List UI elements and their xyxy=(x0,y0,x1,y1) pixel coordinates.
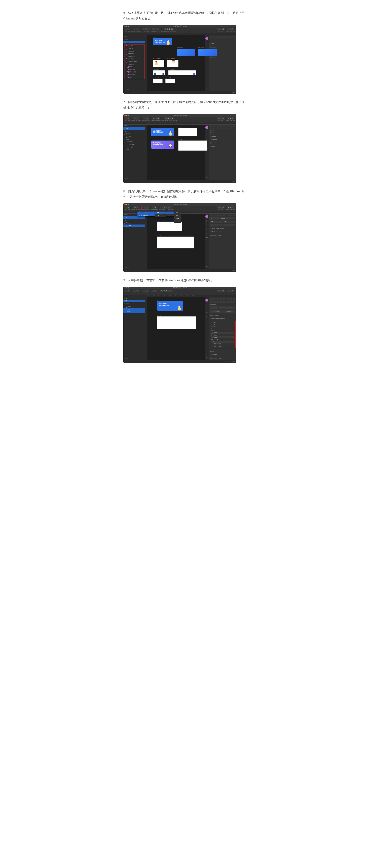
minimize-icon[interactable] xyxy=(126,26,127,27)
borders-row[interactable]: Borders xyxy=(210,46,235,48)
close-icon[interactable] xyxy=(124,115,125,116)
status-pill[interactable]: ✕ xyxy=(232,92,235,93)
layer-row[interactable]: 主体/2/服物3 xyxy=(124,50,144,53)
artboard-small[interactable] xyxy=(178,128,197,136)
menu-item[interactable]: 主体像1 xyxy=(174,217,181,220)
strip-icon[interactable]: ⇪ xyxy=(205,62,208,64)
artboard[interactable] xyxy=(153,60,164,67)
gear-icon[interactable]: ⚙ xyxy=(205,265,208,268)
symbols-page-row[interactable]: Symbols xyxy=(123,302,145,305)
inner-shadows-row[interactable]: Inner Shadows xyxy=(210,142,235,144)
layer-row[interactable]: 主体2/文字2 xyxy=(123,141,145,143)
strip-icon[interactable]: ⬚ xyxy=(205,41,208,44)
y-field[interactable]: 8 xyxy=(217,301,222,303)
artboard-large[interactable] xyxy=(178,141,207,151)
insert-button[interactable]: + xyxy=(125,206,127,208)
menu-item-document[interactable]: ◇ Document xyxy=(138,212,155,214)
align-tools[interactable] xyxy=(210,36,235,38)
fills-row[interactable]: Fills xyxy=(210,132,235,134)
window-controls[interactable] xyxy=(124,26,129,27)
symbols-button[interactable]: ▾ xyxy=(136,28,138,30)
symbol-source[interactable]: ◇ 主体1 xyxy=(211,323,234,326)
y-field[interactable]: 340⥯ xyxy=(223,221,235,223)
minimize-icon[interactable] xyxy=(126,115,127,116)
symbols-page-row[interactable]: Symbols xyxy=(123,219,145,221)
artboard-small[interactable] xyxy=(157,222,182,231)
create-symbol-button[interactable]: ◇ xyxy=(134,28,136,30)
gear-icon[interactable]: ⚙ xyxy=(205,176,208,179)
banner-2[interactable]: 六大常见问题自我快速解决办法 xyxy=(151,141,174,149)
layer-row[interactable]: 主体/2/主体像2 xyxy=(124,55,144,58)
maximize-icon[interactable] xyxy=(128,287,129,288)
preview-button[interactable]: ▶ xyxy=(227,28,229,30)
layer-row[interactable]: 主体/2/文字2 xyxy=(124,45,144,48)
banner-1[interactable]: 六大常见问题自我快速解决办法 xyxy=(151,128,174,136)
blurs-row[interactable]: Blurs xyxy=(210,56,235,58)
symbols-button[interactable]: ◇ xyxy=(134,206,136,208)
w-field[interactable]: 392 xyxy=(223,301,229,303)
layer-row[interactable]: 主体2 xyxy=(123,138,145,141)
edit-button[interactable]: ✎ xyxy=(143,28,145,30)
page-row[interactable]: 页面 1 xyxy=(123,216,145,219)
strip-icon[interactable]: ☁ xyxy=(205,58,208,60)
override-select[interactable]: ◫小标签⌵ xyxy=(211,332,234,334)
layer-row[interactable]: 主体/1/背景1 copy xyxy=(124,60,144,63)
minimize-icon[interactable] xyxy=(126,204,127,205)
export-button[interactable]: ⇪ xyxy=(232,28,234,30)
menu-item[interactable]: 家物1 xyxy=(174,214,181,217)
gear-icon[interactable]: ⚙ xyxy=(205,356,208,359)
size-preset[interactable]: □ Custom ⌵ xyxy=(210,217,235,219)
artboard[interactable] xyxy=(153,79,163,83)
w-field[interactable]: 1066↕ xyxy=(210,224,222,226)
override-option[interactable]: ✓ 主体/1/主体像1 xyxy=(211,343,234,345)
artboard-large[interactable] xyxy=(157,316,196,329)
layer-row[interactable]: 主体2/主体像2 xyxy=(123,143,145,146)
layer-row[interactable]: 小尺寸 xyxy=(123,308,145,311)
layer-row[interactable]: 主体/1/主体像1 xyxy=(124,71,144,73)
blurs-row[interactable]: Blurs xyxy=(210,145,235,147)
adjust-resize-checkbox[interactable]: Adjust content on resize xyxy=(210,227,235,229)
filter-input[interactable]: Filter xyxy=(123,266,145,269)
override-option[interactable]: ✓ 主体/2/主体像2 xyxy=(211,345,234,347)
artboard[interactable]: 六大常见问题自我快速解决办法 xyxy=(153,38,172,45)
window-controls[interactable] xyxy=(124,115,129,116)
artboard[interactable] xyxy=(166,79,175,83)
symbols-page-row[interactable]: Symbols xyxy=(123,40,145,43)
menu-item[interactable]: 1 ▸ xyxy=(166,212,174,214)
filter-input[interactable]: Filter xyxy=(123,177,145,180)
cloud-button[interactable]: ☁ xyxy=(229,28,232,30)
layer-row[interactable]: 主体/1/背景1 xyxy=(124,68,144,71)
maximize-icon[interactable] xyxy=(128,204,129,205)
layer-row[interactable]: 小尺寸 xyxy=(123,224,145,227)
filter-input[interactable]: Filter xyxy=(123,357,145,360)
symbols-flyout[interactable]: 背景1 家物1 主体像1 字1 xyxy=(174,212,181,223)
artboard[interactable] xyxy=(198,49,217,56)
page-row[interactable]: 页面 1 xyxy=(123,300,145,302)
add-page-button[interactable]: + ▾ xyxy=(143,36,144,37)
layer-row[interactable]: 大尺寸 xyxy=(123,222,145,224)
close-icon[interactable] xyxy=(124,287,125,288)
data-button[interactable]: ▾ xyxy=(127,28,130,30)
filter-input[interactable]: Filter xyxy=(123,88,145,91)
layer-row[interactable]: 主体/1/主体像1 xyxy=(124,58,144,60)
bgcolor-checkbox[interactable]: Background color xyxy=(210,230,235,233)
layer-row[interactable]: 主体/1/字1 xyxy=(124,76,144,79)
override-select[interactable]: ◫小服物⌵ xyxy=(211,336,234,338)
shadows-row[interactable]: Shadows xyxy=(210,353,235,355)
artboard[interactable] xyxy=(153,70,165,75)
add-page-button[interactable]: + ▾ xyxy=(143,298,144,299)
fix-scroll-checkbox[interactable]: Fix position when scrolling xyxy=(210,317,235,320)
menu-item[interactable]: 主体1 xyxy=(155,214,166,217)
override-select[interactable]: None⌵ xyxy=(211,341,234,343)
layer-row[interactable]: 主体2/服物3 xyxy=(123,146,145,149)
artboard[interactable] xyxy=(167,60,178,67)
layer-row[interactable]: 主体/1/服物1 xyxy=(124,73,144,76)
page-row[interactable]: 页面 1 xyxy=(123,38,145,40)
layer-row[interactable]: 主体/1/字1 xyxy=(124,48,144,50)
view-button[interactable]: ▥ xyxy=(222,28,224,30)
shadows-row[interactable]: Shadows xyxy=(210,138,235,141)
resizing-controls[interactable]: ◫▭◫ xyxy=(210,306,235,309)
menu-item[interactable]: 背景1 xyxy=(174,212,181,214)
layer-row[interactable]: 主体/1/背景1 xyxy=(124,63,144,66)
layer-row[interactable]: 主体1 xyxy=(123,149,145,151)
